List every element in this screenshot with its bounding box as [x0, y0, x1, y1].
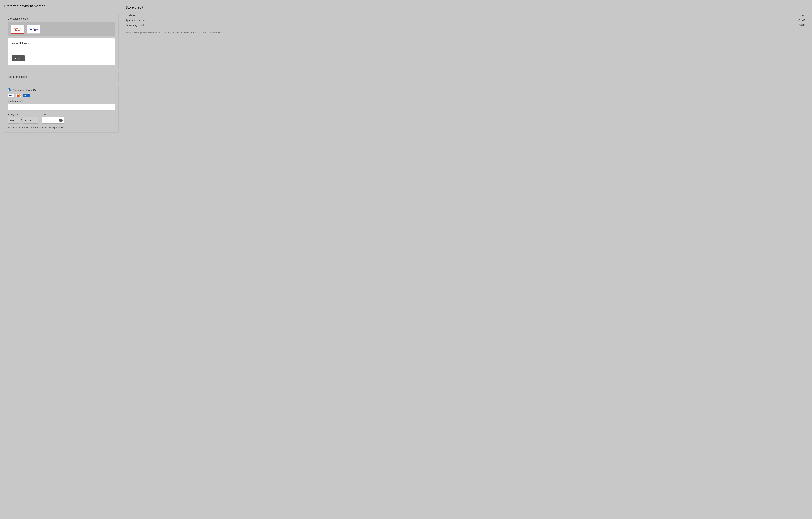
month-dropdown[interactable]: MM ⌄ [8, 117, 20, 124]
kobo-text: kobo [15, 29, 20, 31]
card-type-section: Select type of card: Rakuten kobo !ndigo… [4, 14, 119, 69]
indigo-card-option[interactable]: !ndigo [27, 25, 40, 34]
applied-credit-row: Applied to purchase: -$1.00 [125, 18, 805, 23]
card-icons: VISA AMEX [8, 94, 115, 97]
rakuten-kobo-card-option[interactable]: Rakuten kobo [10, 25, 24, 34]
credit-card-option[interactable]: Credit card / Visa Debit [8, 88, 115, 91]
year-value: YYYY [25, 119, 31, 122]
expiry-selects: MM ⌄ / YYYY ⌄ [8, 117, 38, 124]
card-options-container: Rakuten kobo !ndigo [8, 22, 115, 36]
pin-label: Kobo PIN Number [11, 42, 111, 45]
month-value: MM [10, 119, 14, 122]
remaining-credit-label: Remaining credit: [125, 24, 144, 27]
apply-button[interactable]: Apply [11, 55, 25, 61]
total-credit-label: Total credit: [125, 14, 138, 17]
add-promo-code-link[interactable]: Add promo code [8, 75, 27, 78]
mastercard-icon [16, 94, 22, 97]
pin-input[interactable] [11, 46, 111, 53]
amex-icon: AMEX [23, 94, 30, 97]
credit-table: Total credit: $1.00 Applied to purchase:… [125, 13, 805, 28]
select-card-label: Select type of card: [8, 17, 115, 20]
card-number-input[interactable] [8, 104, 115, 110]
save-info-text: We'll save your payment information for … [8, 126, 115, 129]
pin-section: Kobo PIN Number Apply [8, 38, 115, 65]
applied-credit-label: Applied to purchase: [125, 19, 148, 22]
cvv-label: CVV * [42, 113, 64, 116]
expiry-group: Expiry date * MM ⌄ / YYYY ⌄ [8, 113, 38, 124]
year-dropdown[interactable]: YYYY ⌄ [23, 117, 38, 124]
remaining-credit-row: Remaining credit: $0.00 [125, 23, 805, 28]
cvv-group: CVV * ? [42, 113, 64, 124]
radio-inner [8, 89, 10, 91]
cvv-input-wrapper: ? [42, 117, 64, 124]
store-credit-title: Store credit [125, 5, 805, 9]
page-title: Preferred payment method [4, 4, 119, 8]
promo-section: Add promo code [4, 72, 119, 82]
radio-button-selected [8, 88, 11, 91]
expiry-cvv-row: Expiry date * MM ⌄ / YYYY ⌄ C [8, 113, 115, 124]
month-chevron-icon: ⌄ [15, 119, 16, 121]
total-credit-row: Total credit: $1.00 [125, 13, 805, 18]
expiry-label: Expiry date * [8, 113, 38, 116]
year-chevron-icon: ⌄ [32, 119, 34, 121]
total-credit-value: $1.00 [799, 14, 805, 17]
credit-card-label: Credit card / Visa Debit [13, 88, 39, 91]
date-separator: / [21, 119, 22, 122]
remaining-credit-value: $0.00 [799, 24, 805, 27]
right-column: Store credit Total credit: $1.00 Applied… [123, 4, 808, 515]
applied-credit-value: -$1.00 [798, 19, 805, 22]
payment-section: Credit card / Visa Debit VISA AMEX Card … [4, 85, 119, 133]
visa-icon: VISA [8, 94, 14, 97]
indigo-logo: !ndigo [29, 28, 38, 31]
transactions-note: All transactions processed by Rakuten Ko… [125, 31, 805, 34]
card-number-label: Card number * [8, 100, 115, 102]
